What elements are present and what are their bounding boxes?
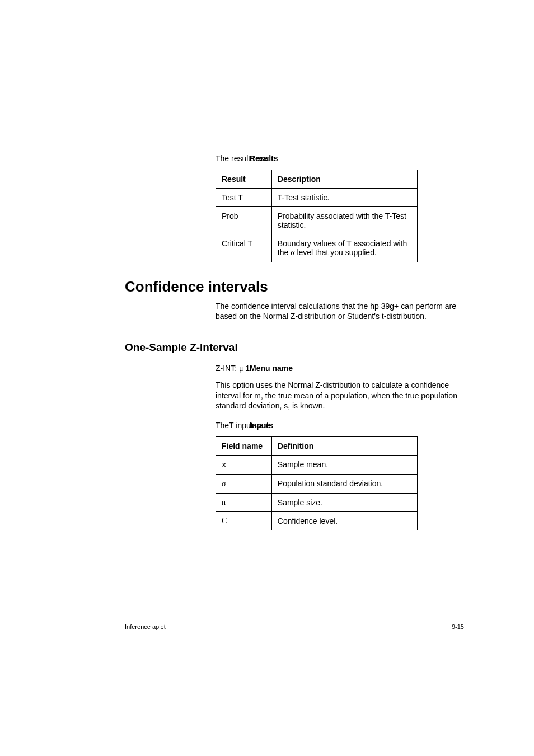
- zint-suffix: 1: [243, 364, 250, 373]
- menuname-para: This option uses the Normal Z-distributi…: [216, 380, 464, 411]
- cell: Test T: [216, 189, 272, 207]
- table-row: C Confidence level.: [216, 511, 418, 530]
- confidence-content: The confidence interval calculations tha…: [216, 301, 464, 321]
- alpha-symbol: α: [291, 248, 294, 257]
- table-row: x̄ Sample mean.: [216, 455, 418, 474]
- footer-right: 9-15: [452, 623, 464, 630]
- menuname-section: Menu name Z-INT: μ 1 This option uses th…: [125, 364, 464, 411]
- results-table: Result Description Test T T-Test statist…: [216, 170, 418, 262]
- cell: T-Test statistic.: [271, 189, 417, 207]
- page-footer: Inference aplet 9-15: [125, 621, 464, 630]
- results-content: The results are: Result Description Test…: [216, 154, 464, 262]
- cell: σ: [216, 474, 272, 493]
- table-header-row: Result Description: [216, 170, 418, 189]
- inputs-content: TheT inputs are: Field name Definition x…: [216, 421, 464, 530]
- text-suffix: level that you supplied.: [295, 248, 377, 257]
- menuname-label: Menu name: [250, 364, 334, 373]
- footer-left: Inference aplet: [125, 623, 166, 630]
- cell: Prob: [216, 207, 272, 234]
- inputs-section: Inputs TheT inputs are: Field name Defin…: [125, 421, 464, 530]
- results-th-2: Description: [271, 170, 417, 189]
- cell: x̄: [216, 455, 272, 474]
- xbar-symbol: x̄: [222, 460, 226, 469]
- table-header-row: Field name Definition: [216, 436, 418, 455]
- inputs-label: Inputs: [250, 421, 334, 430]
- table-row: n Sample size.: [216, 493, 418, 511]
- sigma-symbol: σ: [222, 480, 226, 488]
- cell: C: [216, 511, 272, 530]
- results-th-1: Result: [216, 170, 272, 189]
- inputs-th-2: Definition: [271, 436, 417, 455]
- inputs-table: Field name Definition x̄ Sample mean. σ …: [216, 436, 418, 530]
- cell: Confidence level.: [271, 511, 417, 530]
- cell: n: [216, 493, 272, 511]
- zint-prefix: Z-INT:: [216, 364, 239, 373]
- results-section: Results The results are: Result Descript…: [125, 154, 464, 262]
- table-row: σ Population standard deviation.: [216, 474, 418, 493]
- confidence-para: The confidence interval calculations tha…: [216, 301, 464, 321]
- table-row: Test T T-Test statistic.: [216, 189, 418, 207]
- mu-symbol: μ: [239, 364, 243, 373]
- page-content: Results The results are: Result Descript…: [0, 0, 534, 756]
- table-row: Prob Probability associated with the T-T…: [216, 207, 418, 234]
- confidence-heading: Confidence intervals: [125, 278, 464, 295]
- onesample-heading: One-Sample Z-Interval: [125, 341, 464, 354]
- table-row: Critical T Boundary values of T associat…: [216, 234, 418, 262]
- cell: Sample size.: [271, 493, 417, 511]
- cell: Sample mean.: [271, 455, 417, 474]
- cell: Critical T: [216, 234, 272, 262]
- cell: Probability associated with the T-Test s…: [271, 207, 417, 234]
- cell: Population standard deviation.: [271, 474, 417, 493]
- inputs-th-1: Field name: [216, 436, 272, 455]
- results-label: Results: [250, 154, 334, 163]
- cell: Boundary values of T associated with the…: [271, 234, 417, 262]
